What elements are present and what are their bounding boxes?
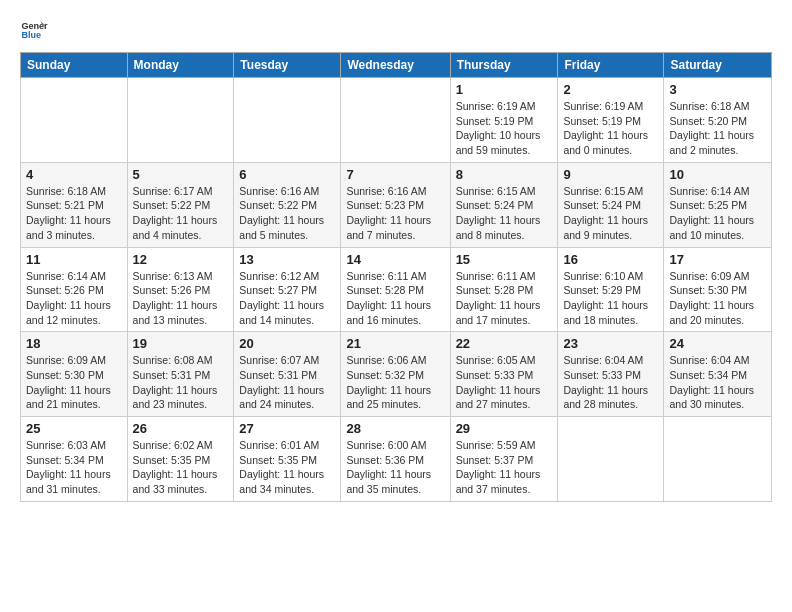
day-number: 5 [133, 167, 229, 182]
calendar-cell: 26Sunrise: 6:02 AMSunset: 5:35 PMDayligh… [127, 417, 234, 502]
day-info: Sunrise: 6:02 AMSunset: 5:35 PMDaylight:… [133, 438, 229, 497]
day-info: Sunrise: 6:15 AMSunset: 5:24 PMDaylight:… [456, 184, 553, 243]
calendar-cell: 19Sunrise: 6:08 AMSunset: 5:31 PMDayligh… [127, 332, 234, 417]
day-number: 12 [133, 252, 229, 267]
day-info: Sunrise: 6:14 AMSunset: 5:26 PMDaylight:… [26, 269, 122, 328]
day-header-monday: Monday [127, 53, 234, 78]
calendar-cell: 6Sunrise: 6:16 AMSunset: 5:22 PMDaylight… [234, 162, 341, 247]
calendar-cell: 7Sunrise: 6:16 AMSunset: 5:23 PMDaylight… [341, 162, 450, 247]
day-number: 7 [346, 167, 444, 182]
day-info: Sunrise: 6:00 AMSunset: 5:36 PMDaylight:… [346, 438, 444, 497]
calendar-cell: 28Sunrise: 6:00 AMSunset: 5:36 PMDayligh… [341, 417, 450, 502]
day-info: Sunrise: 6:08 AMSunset: 5:31 PMDaylight:… [133, 353, 229, 412]
day-number: 23 [563, 336, 658, 351]
svg-text:Blue: Blue [21, 30, 41, 40]
day-info: Sunrise: 6:01 AMSunset: 5:35 PMDaylight:… [239, 438, 335, 497]
week-row-0: 1Sunrise: 6:19 AMSunset: 5:19 PMDaylight… [21, 78, 772, 163]
calendar-cell: 9Sunrise: 6:15 AMSunset: 5:24 PMDaylight… [558, 162, 664, 247]
day-number: 29 [456, 421, 553, 436]
day-info: Sunrise: 6:06 AMSunset: 5:32 PMDaylight:… [346, 353, 444, 412]
calendar-cell: 11Sunrise: 6:14 AMSunset: 5:26 PMDayligh… [21, 247, 128, 332]
day-header-tuesday: Tuesday [234, 53, 341, 78]
day-number: 17 [669, 252, 766, 267]
day-number: 6 [239, 167, 335, 182]
calendar-cell [21, 78, 128, 163]
calendar-cell: 27Sunrise: 6:01 AMSunset: 5:35 PMDayligh… [234, 417, 341, 502]
day-number: 15 [456, 252, 553, 267]
calendar-cell: 12Sunrise: 6:13 AMSunset: 5:26 PMDayligh… [127, 247, 234, 332]
day-info: Sunrise: 6:19 AMSunset: 5:19 PMDaylight:… [563, 99, 658, 158]
day-info: Sunrise: 6:04 AMSunset: 5:34 PMDaylight:… [669, 353, 766, 412]
day-number: 19 [133, 336, 229, 351]
calendar-cell: 24Sunrise: 6:04 AMSunset: 5:34 PMDayligh… [664, 332, 772, 417]
day-number: 25 [26, 421, 122, 436]
day-info: Sunrise: 6:11 AMSunset: 5:28 PMDaylight:… [456, 269, 553, 328]
day-number: 21 [346, 336, 444, 351]
calendar-cell [341, 78, 450, 163]
day-header-sunday: Sunday [21, 53, 128, 78]
day-number: 20 [239, 336, 335, 351]
day-number: 10 [669, 167, 766, 182]
calendar-cell: 25Sunrise: 6:03 AMSunset: 5:34 PMDayligh… [21, 417, 128, 502]
day-info: Sunrise: 6:14 AMSunset: 5:25 PMDaylight:… [669, 184, 766, 243]
day-info: Sunrise: 6:05 AMSunset: 5:33 PMDaylight:… [456, 353, 553, 412]
day-header-saturday: Saturday [664, 53, 772, 78]
calendar-cell [664, 417, 772, 502]
day-number: 4 [26, 167, 122, 182]
calendar-cell: 13Sunrise: 6:12 AMSunset: 5:27 PMDayligh… [234, 247, 341, 332]
calendar-cell: 17Sunrise: 6:09 AMSunset: 5:30 PMDayligh… [664, 247, 772, 332]
day-number: 16 [563, 252, 658, 267]
day-number: 3 [669, 82, 766, 97]
day-number: 18 [26, 336, 122, 351]
calendar-cell: 23Sunrise: 6:04 AMSunset: 5:33 PMDayligh… [558, 332, 664, 417]
day-number: 24 [669, 336, 766, 351]
week-row-2: 11Sunrise: 6:14 AMSunset: 5:26 PMDayligh… [21, 247, 772, 332]
day-number: 13 [239, 252, 335, 267]
calendar-cell: 22Sunrise: 6:05 AMSunset: 5:33 PMDayligh… [450, 332, 558, 417]
day-info: Sunrise: 6:18 AMSunset: 5:21 PMDaylight:… [26, 184, 122, 243]
calendar-cell: 15Sunrise: 6:11 AMSunset: 5:28 PMDayligh… [450, 247, 558, 332]
day-info: Sunrise: 6:07 AMSunset: 5:31 PMDaylight:… [239, 353, 335, 412]
day-info: Sunrise: 6:16 AMSunset: 5:23 PMDaylight:… [346, 184, 444, 243]
day-info: Sunrise: 6:15 AMSunset: 5:24 PMDaylight:… [563, 184, 658, 243]
calendar-header: SundayMondayTuesdayWednesdayThursdayFrid… [21, 53, 772, 78]
day-info: Sunrise: 6:19 AMSunset: 5:19 PMDaylight:… [456, 99, 553, 158]
calendar-cell: 10Sunrise: 6:14 AMSunset: 5:25 PMDayligh… [664, 162, 772, 247]
calendar-cell: 20Sunrise: 6:07 AMSunset: 5:31 PMDayligh… [234, 332, 341, 417]
day-header-wednesday: Wednesday [341, 53, 450, 78]
day-number: 22 [456, 336, 553, 351]
day-info: Sunrise: 6:10 AMSunset: 5:29 PMDaylight:… [563, 269, 658, 328]
calendar-cell: 18Sunrise: 6:09 AMSunset: 5:30 PMDayligh… [21, 332, 128, 417]
svg-text:General: General [21, 21, 48, 31]
day-info: Sunrise: 6:13 AMSunset: 5:26 PMDaylight:… [133, 269, 229, 328]
day-number: 1 [456, 82, 553, 97]
calendar-cell [558, 417, 664, 502]
calendar-cell [127, 78, 234, 163]
calendar-cell: 1Sunrise: 6:19 AMSunset: 5:19 PMDaylight… [450, 78, 558, 163]
week-row-4: 25Sunrise: 6:03 AMSunset: 5:34 PMDayligh… [21, 417, 772, 502]
day-info: Sunrise: 6:18 AMSunset: 5:20 PMDaylight:… [669, 99, 766, 158]
calendar-cell: 29Sunrise: 5:59 AMSunset: 5:37 PMDayligh… [450, 417, 558, 502]
week-row-3: 18Sunrise: 6:09 AMSunset: 5:30 PMDayligh… [21, 332, 772, 417]
day-info: Sunrise: 6:09 AMSunset: 5:30 PMDaylight:… [26, 353, 122, 412]
week-row-1: 4Sunrise: 6:18 AMSunset: 5:21 PMDaylight… [21, 162, 772, 247]
day-number: 27 [239, 421, 335, 436]
day-info: Sunrise: 6:09 AMSunset: 5:30 PMDaylight:… [669, 269, 766, 328]
header: General Blue [20, 16, 772, 44]
calendar-cell: 3Sunrise: 6:18 AMSunset: 5:20 PMDaylight… [664, 78, 772, 163]
calendar-cell: 14Sunrise: 6:11 AMSunset: 5:28 PMDayligh… [341, 247, 450, 332]
logo: General Blue [20, 16, 52, 44]
day-number: 28 [346, 421, 444, 436]
day-number: 9 [563, 167, 658, 182]
day-number: 26 [133, 421, 229, 436]
day-header-thursday: Thursday [450, 53, 558, 78]
day-info: Sunrise: 6:03 AMSunset: 5:34 PMDaylight:… [26, 438, 122, 497]
day-number: 8 [456, 167, 553, 182]
day-number: 11 [26, 252, 122, 267]
calendar-cell: 2Sunrise: 6:19 AMSunset: 5:19 PMDaylight… [558, 78, 664, 163]
calendar-cell: 8Sunrise: 6:15 AMSunset: 5:24 PMDaylight… [450, 162, 558, 247]
calendar-cell: 21Sunrise: 6:06 AMSunset: 5:32 PMDayligh… [341, 332, 450, 417]
day-info: Sunrise: 6:04 AMSunset: 5:33 PMDaylight:… [563, 353, 658, 412]
day-number: 14 [346, 252, 444, 267]
calendar-cell: 16Sunrise: 6:10 AMSunset: 5:29 PMDayligh… [558, 247, 664, 332]
